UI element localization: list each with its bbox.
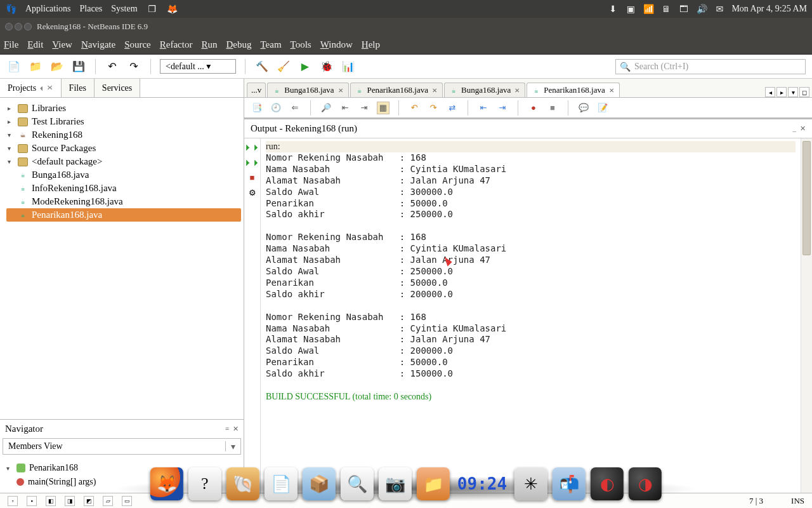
tree-file[interactable]: ModeRekening168.java: [6, 195, 241, 208]
menu-edit[interactable]: Edit: [27, 39, 43, 50]
status-icon[interactable]: ◧: [46, 496, 56, 506]
status-icon[interactable]: ▪: [27, 496, 37, 506]
monitor-icon[interactable]: 🖥: [660, 3, 672, 15]
output-scrollbar[interactable]: [801, 138, 812, 493]
next-bookmark-icon[interactable]: ⇥: [358, 102, 370, 114]
tab-close-icon[interactable]: ✕: [431, 87, 438, 94]
dock-nautilus-icon[interactable]: 🐚: [226, 467, 259, 500]
output-close-icon[interactable]: ✕: [800, 124, 806, 133]
source-icon[interactable]: 📑: [251, 102, 263, 114]
config-combo[interactable]: <default ... ▾: [160, 59, 236, 74]
editor-tab[interactable]: Penarikan168.java✕: [527, 83, 619, 97]
tab-close-icon[interactable]: ✕: [513, 87, 521, 94]
shift-left-icon[interactable]: ⇤: [477, 102, 490, 114]
menu-source[interactable]: Source: [124, 39, 151, 50]
menu-debug[interactable]: Debug: [226, 39, 251, 50]
undo-icon[interactable]: ↶: [105, 59, 120, 74]
window-min-icon[interactable]: [15, 23, 22, 30]
new-project-icon[interactable]: 📁: [28, 59, 43, 74]
comment-icon[interactable]: 💬: [577, 102, 590, 114]
dock-clock[interactable]: 09:24: [455, 467, 509, 500]
new-file-icon[interactable]: 📄: [6, 59, 22, 74]
toggle-highlight-icon[interactable]: ▦: [377, 102, 390, 114]
dock-folder-icon[interactable]: 📁: [417, 467, 450, 500]
stop-icon[interactable]: ■: [250, 173, 255, 183]
navigator-close-icon[interactable]: ✕: [233, 425, 239, 433]
dock-firefox-icon[interactable]: 🦊: [150, 467, 183, 500]
navigator-method[interactable]: main(String[] args): [28, 477, 96, 487]
tab-maximize-icon[interactable]: ◻: [799, 87, 809, 97]
menu-refactor[interactable]: Refactor: [160, 39, 193, 50]
tab-list-icon[interactable]: ▾: [788, 87, 798, 97]
tab-close-icon[interactable]: ✕: [337, 87, 344, 94]
tree-file[interactable]: Bunga168.java: [6, 168, 241, 182]
output-min-icon[interactable]: _: [793, 124, 797, 133]
dock-mail-icon[interactable]: 📬: [553, 467, 586, 500]
status-icon[interactable]: ◨: [65, 496, 75, 506]
find-sel-icon[interactable]: 🔎: [320, 102, 332, 114]
menu-applications[interactable]: Applications: [25, 4, 71, 14]
volume-icon[interactable]: 🔊: [696, 3, 707, 15]
shift-right-icon[interactable]: ⇥: [496, 102, 509, 114]
dock-meter2-icon[interactable]: ◑: [629, 467, 662, 500]
menu-help[interactable]: Help: [362, 39, 380, 50]
clean-build-icon[interactable]: 🧹: [276, 59, 291, 74]
menu-navigate[interactable]: Navigate: [81, 39, 115, 50]
uncomment-icon[interactable]: 📝: [596, 102, 609, 114]
tree-file[interactable]: InfoRekening168.java: [6, 182, 241, 195]
status-icon[interactable]: ▫: [8, 496, 18, 506]
status-icon[interactable]: ▭: [122, 496, 132, 506]
sidetab-services[interactable]: Services: [95, 79, 140, 97]
menu-system[interactable]: System: [111, 4, 137, 14]
navigator-options-icon[interactable]: ≡: [225, 425, 229, 433]
diff-icon[interactable]: ⇄: [446, 102, 459, 114]
navigator-class[interactable]: Penarikan168: [29, 463, 78, 473]
prev-bookmark-icon[interactable]: ⇤: [339, 102, 351, 114]
macro-record-icon[interactable]: ●: [527, 102, 540, 114]
tray-icon[interactable]: 🗔: [678, 3, 690, 15]
sidetab-files[interactable]: Files: [62, 79, 95, 97]
dock-search-icon[interactable]: 🔍: [341, 467, 374, 500]
menu-team[interactable]: Team: [260, 39, 281, 50]
redo-icon[interactable]: ↷: [126, 59, 141, 74]
dock-gear-icon[interactable]: ✳: [514, 467, 547, 500]
status-icon[interactable]: ▱: [103, 496, 113, 506]
tab-scroll-right-icon[interactable]: ▸: [776, 87, 787, 97]
menu-run[interactable]: Run: [201, 39, 217, 50]
workspace-icon[interactable]: ▣: [625, 3, 636, 15]
update-icon[interactable]: ⬇: [607, 3, 619, 15]
menu-view[interactable]: View: [52, 39, 72, 50]
menu-tools[interactable]: Tools: [291, 39, 311, 50]
build-icon[interactable]: 🔨: [254, 59, 270, 74]
menu-window[interactable]: Window: [320, 39, 353, 50]
sidetab-projects[interactable]: Projects ⏴ ✕: [0, 79, 62, 97]
nav-back-icon[interactable]: ⇐: [289, 102, 301, 114]
status-icon[interactable]: ◩: [84, 496, 94, 506]
save-all-icon[interactable]: 💾: [71, 59, 86, 74]
editor-tab[interactable]: Bunga168.java✕: [267, 83, 348, 97]
editor-tab-overflow[interactable]: ...v: [247, 83, 266, 97]
history-icon[interactable]: 🕘: [270, 102, 282, 114]
debug-icon[interactable]: 🐞: [319, 59, 334, 74]
network-icon[interactable]: 📶: [643, 3, 654, 15]
tree-source-packages[interactable]: Source Packages: [32, 143, 96, 154]
run-icon[interactable]: ▶: [298, 59, 313, 74]
dock-meter1-icon[interactable]: ◐: [591, 467, 624, 500]
search-box[interactable]: 🔍 Search (Ctrl+I): [615, 59, 806, 74]
gnome-foot-icon[interactable]: 👣: [5, 3, 16, 15]
navigator-view-combo[interactable]: Members View ▾: [3, 438, 241, 455]
mail-icon[interactable]: ✉: [714, 3, 725, 15]
next-edit-icon[interactable]: ↷: [427, 102, 440, 114]
tab-close-icon[interactable]: ✕: [608, 87, 615, 94]
tree-default-package[interactable]: <default package>: [32, 156, 102, 167]
tree-test-libraries[interactable]: Test Libraries: [32, 116, 84, 127]
tab-scroll-left-icon[interactable]: ◂: [765, 87, 775, 97]
tree-file[interactable]: Penarikan168.java: [6, 208, 241, 222]
cube-icon[interactable]: ❒: [147, 3, 158, 15]
open-icon[interactable]: 📂: [49, 59, 65, 74]
window-close-icon[interactable]: [5, 23, 13, 30]
tree-libraries[interactable]: Libraries: [32, 103, 66, 114]
prev-edit-icon[interactable]: ↶: [408, 102, 421, 114]
profile-icon[interactable]: 📊: [341, 59, 356, 74]
clock-text[interactable]: Mon Apr 4, 9:25 AM: [731, 4, 807, 14]
